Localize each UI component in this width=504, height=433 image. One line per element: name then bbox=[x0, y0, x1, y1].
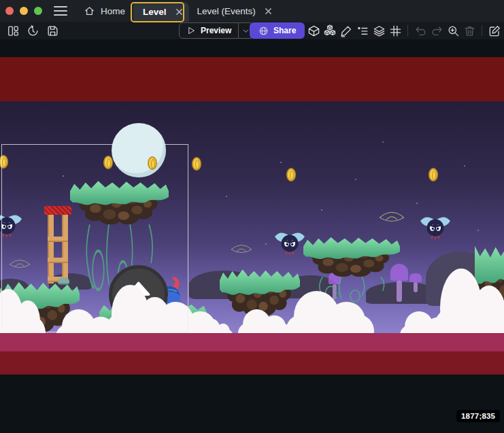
trash-icon[interactable] bbox=[463, 24, 476, 37]
coin-object[interactable] bbox=[429, 168, 438, 181]
hidden-object-outline[interactable] bbox=[230, 243, 253, 256]
toolbar-right-group bbox=[307, 22, 501, 39]
objects-panel-icon[interactable] bbox=[307, 24, 320, 37]
toolbar-divider bbox=[407, 25, 408, 36]
tab-bar: Home Level Level (Events) bbox=[75, 0, 280, 22]
tab-level-events-close-icon[interactable] bbox=[265, 8, 271, 14]
grid-icon[interactable] bbox=[388, 24, 402, 37]
mushroom bbox=[409, 273, 422, 292]
instances-list-icon[interactable] bbox=[356, 24, 369, 37]
star bbox=[464, 165, 465, 167]
title-bar: Home Level Level (Events) bbox=[0, 0, 504, 22]
preview-button-main[interactable]: Preview bbox=[180, 23, 238, 38]
star bbox=[321, 209, 322, 211]
app-window: Home Level Level (Events) bbox=[0, 0, 504, 433]
scene-editor-canvas[interactable]: 1877;835 bbox=[0, 39, 504, 433]
zoom-in-icon[interactable] bbox=[446, 24, 460, 37]
star bbox=[477, 230, 479, 231]
star bbox=[226, 196, 227, 197]
share-button[interactable]: Share bbox=[250, 22, 305, 39]
object-groups-icon[interactable] bbox=[323, 24, 337, 37]
tab-level-events[interactable]: Level (Events) bbox=[189, 0, 280, 22]
toolbar-divider bbox=[482, 25, 482, 36]
history-icon[interactable] bbox=[26, 24, 39, 37]
play-icon bbox=[186, 26, 196, 35]
layers-icon[interactable] bbox=[372, 24, 386, 37]
level-ground-band[interactable] bbox=[0, 333, 504, 351]
cursor-coordinates-badge: 1877;835 bbox=[456, 410, 500, 422]
edit-scene-properties-icon[interactable] bbox=[488, 24, 501, 37]
preview-label: Preview bbox=[201, 26, 231, 35]
bat-enemy[interactable] bbox=[419, 213, 452, 241]
panels-icon[interactable] bbox=[6, 24, 20, 37]
coin-object[interactable] bbox=[286, 168, 296, 181]
tab-home-label: Home bbox=[101, 6, 125, 16]
star bbox=[280, 162, 282, 163]
home-icon bbox=[84, 5, 95, 17]
toolbar: Preview Share bbox=[0, 22, 504, 39]
traffic-light-zoom[interactable] bbox=[34, 7, 42, 15]
tab-level[interactable]: Level bbox=[133, 2, 189, 22]
star bbox=[265, 243, 267, 245]
undo-icon[interactable] bbox=[414, 24, 427, 37]
ground-platform[interactable] bbox=[220, 266, 300, 315]
hidden-object-outline[interactable] bbox=[378, 209, 405, 226]
tab-home[interactable]: Home bbox=[75, 0, 133, 22]
tab-level-events-label: Level (Events) bbox=[197, 6, 256, 16]
traffic-light-minimize[interactable] bbox=[20, 7, 28, 15]
star bbox=[355, 179, 356, 180]
star bbox=[382, 141, 384, 143]
traffic-light-close[interactable] bbox=[5, 7, 14, 15]
tab-level-label: Level bbox=[143, 7, 167, 17]
coin-object[interactable] bbox=[192, 157, 201, 171]
edit-pencil-icon[interactable] bbox=[339, 24, 353, 37]
redo-icon[interactable] bbox=[430, 24, 443, 37]
bat-enemy[interactable] bbox=[273, 228, 306, 257]
tab-level-close-icon[interactable] bbox=[176, 9, 182, 15]
level-top-band[interactable] bbox=[0, 57, 504, 101]
toolbar-left-group bbox=[6, 24, 59, 37]
star bbox=[416, 203, 418, 204]
menu-hamburger-icon[interactable] bbox=[54, 6, 67, 16]
globe-icon bbox=[258, 26, 269, 36]
share-label: Share bbox=[273, 26, 296, 35]
save-icon[interactable] bbox=[46, 24, 59, 37]
scene-window-border bbox=[1, 144, 188, 332]
level-bottom-band[interactable] bbox=[0, 351, 504, 375]
preview-button[interactable]: Preview bbox=[179, 22, 254, 39]
